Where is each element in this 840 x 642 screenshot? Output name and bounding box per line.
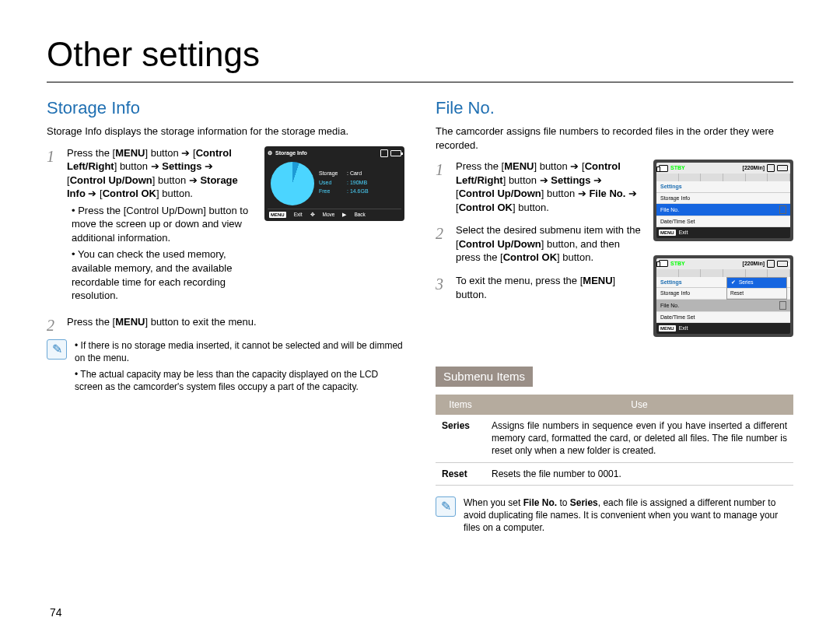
storage-info-intro: Storage Info displays the storage inform…: [47, 125, 404, 139]
storage-info-section: Storage Info Storage Info displays the s…: [47, 96, 404, 534]
step-1: Press the [MENU] button ➔ [Control Left/…: [436, 160, 642, 214]
battery-icon: [777, 165, 788, 171]
note-icon: ✎: [436, 496, 456, 517]
step1-bullet: Press the [Control Up/Down] button to mo…: [72, 204, 254, 245]
battery-icon: [777, 261, 788, 267]
note-icon: ✎: [47, 339, 67, 360]
pie-chart-icon: [271, 162, 314, 205]
file-no-section: File No. The camcorder assigns file numb…: [436, 96, 793, 534]
lcd-file-no-submenu: STBY [220Min] Settings Storage Info File…: [653, 255, 793, 337]
step-2: Select the desired submenu item with the…: [436, 223, 642, 265]
file-icon: [779, 205, 786, 214]
page-title: Other settings: [47, 31, 793, 82]
step-2-text: Press the [MENU] button to exit the menu…: [47, 315, 404, 329]
card-icon: [380, 149, 388, 157]
move-icon: ✥: [310, 212, 315, 219]
table-row: Reset Resets the file number to 0001.: [436, 462, 793, 485]
col-items: Items: [436, 395, 485, 415]
menu-tag-icon: MENU: [659, 230, 676, 236]
table-row: Series Assigns file numbers in sequence …: [436, 415, 793, 462]
note-item: If there is no storage media inserted, i…: [75, 339, 404, 364]
page-number: 74: [50, 605, 62, 620]
file-no-intro: The camcorder assigns file numbers to re…: [436, 125, 793, 152]
card-icon: [767, 260, 775, 268]
lcd-storage-info: ⚙ Storage Info Storage: Card Used:: [264, 146, 404, 222]
battery-icon: [390, 150, 401, 156]
back-icon: ▶: [342, 212, 346, 219]
step1-bullet: You can check the used memory, available…: [72, 247, 254, 302]
step-1-text: Press the [MENU] button ➔ [Control Left/…: [67, 146, 254, 306]
file-no-note: When you set File No. to Series, each fi…: [464, 496, 793, 535]
submenu-table: Items Use Series Assigns file numbers in…: [436, 395, 793, 486]
lcd-file-no-menu: STBY [220Min] Settings Storage Info File…: [653, 160, 793, 241]
gear-icon: ⚙: [268, 149, 272, 156]
camera-icon: [659, 165, 668, 172]
camera-icon: [659, 260, 668, 267]
note-item: The actual capacity may be less than the…: [75, 368, 404, 393]
storage-info-heading: Storage Info: [47, 96, 404, 120]
menu-tag-icon: MENU: [659, 325, 676, 332]
check-icon: ✔: [730, 279, 737, 286]
step-3: To exit the menu, press the [MENU] butto…: [436, 274, 642, 301]
file-icon: [779, 301, 786, 310]
card-icon: [767, 164, 775, 172]
menu-tag-icon: MENU: [269, 212, 286, 218]
submenu-items-heading: Submenu Items: [436, 367, 533, 387]
file-no-heading: File No.: [436, 96, 793, 120]
col-use: Use: [485, 395, 793, 415]
